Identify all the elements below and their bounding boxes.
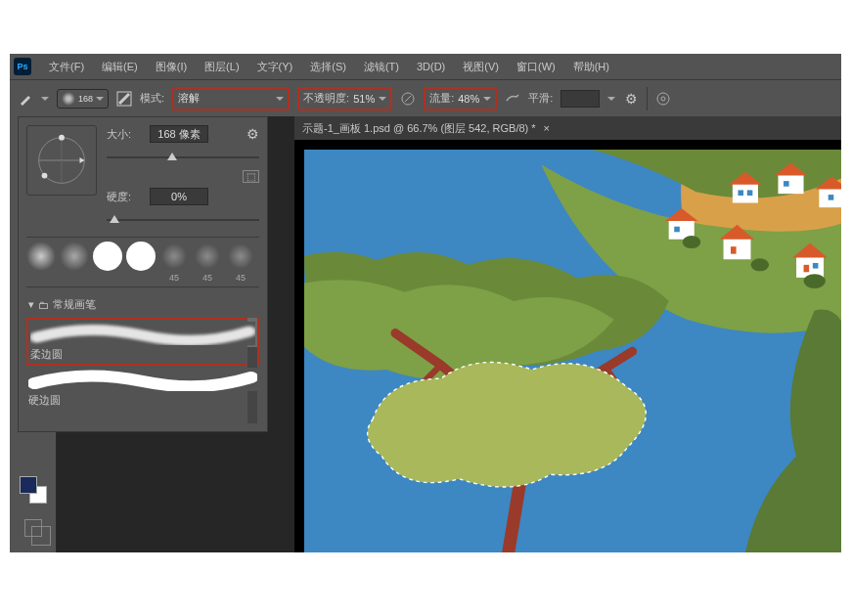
svg-rect-18: [674, 227, 680, 233]
airbrush-icon[interactable]: [505, 91, 520, 107]
menu-image[interactable]: 图像(I): [148, 56, 195, 78]
main-container: 大小: ⚙ ⬚ 硬度:: [10, 116, 841, 552]
hardness-label: 硬度:: [107, 190, 142, 204]
brush-tip[interactable]: [126, 242, 156, 283]
menu-select[interactable]: 选择(S): [302, 56, 354, 78]
mode-value: 溶解: [178, 91, 200, 106]
close-icon[interactable]: ×: [544, 122, 550, 134]
hardness-slider[interactable]: [107, 213, 259, 227]
brush-size-display: 168: [78, 94, 93, 104]
brush-preset-picker[interactable]: 168: [57, 89, 109, 109]
brush-thumb-icon: [62, 92, 75, 106]
brush-name: 硬边圆: [28, 393, 257, 408]
menu-view[interactable]: 视图(V): [455, 56, 507, 78]
brush-angle-preview[interactable]: [26, 125, 97, 196]
menu-edit[interactable]: 编辑(E): [94, 56, 146, 78]
chevron-down-icon: [483, 97, 491, 101]
ps-logo: Ps: [14, 58, 31, 75]
menu-bar: Ps 文件(F) 编辑(E) 图像(I) 图层(L) 文字(Y) 选择(S) 滤…: [10, 54, 841, 79]
svg-point-8: [42, 173, 48, 179]
gear-icon[interactable]: ⚙: [623, 91, 639, 107]
svg-point-3: [661, 97, 665, 101]
menu-layer[interactable]: 图层(L): [197, 56, 246, 78]
svg-point-24: [683, 236, 701, 248]
flow-label: 流量:: [429, 91, 454, 106]
tab-title: 示题-1_画板 1.psd @ 66.7% (图层 542, RGB/8) *: [302, 121, 536, 136]
flow-control[interactable]: 流量: 48%: [424, 87, 497, 110]
brush-list-item[interactable]: 硬边圆: [26, 366, 259, 410]
brush-tip-row: 45 45 45: [26, 237, 259, 287]
stroke-preview: [30, 322, 255, 345]
folder-icon: 🗀: [38, 299, 49, 311]
opacity-control[interactable]: 不透明度: 51%: [297, 87, 392, 110]
menu-filter[interactable]: 滤镜(T): [356, 56, 407, 78]
menu-3d[interactable]: 3D(D): [409, 57, 453, 76]
svg-rect-23: [813, 263, 819, 269]
chevron-down-icon: [96, 97, 104, 101]
chevron-down-icon: [379, 97, 386, 101]
hardness-input[interactable]: [150, 188, 208, 205]
foreground-color-swatch[interactable]: [20, 476, 37, 494]
brush-preset-panel: 大小: ⚙ ⬚ 硬度:: [18, 116, 268, 432]
smoothing-input[interactable]: [560, 90, 600, 108]
svg-rect-12: [747, 190, 753, 196]
brush-tip[interactable]: 45: [226, 242, 255, 283]
size-slider[interactable]: [107, 151, 259, 164]
document-tab[interactable]: 示题-1_画板 1.psd @ 66.7% (图层 542, RGB/8) * …: [294, 116, 841, 140]
svg-rect-20: [731, 246, 737, 253]
gear-icon[interactable]: ⚙: [246, 126, 259, 142]
photoshop-window: Ps 文件(F) 编辑(E) 图像(I) 图层(L) 文字(Y) 选择(S) 滤…: [10, 54, 841, 552]
brush-folder: ▾ 🗀 常规画笔 柔边圆: [26, 295, 259, 423]
size-input[interactable]: [150, 125, 208, 143]
brush-name: 柔边圆: [30, 347, 255, 362]
mode-dropdown[interactable]: 溶解: [172, 87, 290, 110]
options-bar: 168 模式: 溶解 不透明度: 51% 流量: 48% 平滑:: [10, 79, 841, 116]
brush-settings-toggle-icon[interactable]: [116, 91, 132, 107]
svg-point-7: [59, 135, 65, 141]
svg-rect-11: [738, 190, 743, 196]
flow-value: 48%: [458, 93, 479, 105]
menu-type[interactable]: 文字(Y): [249, 56, 301, 78]
svg-rect-21: [796, 256, 824, 278]
menu-file[interactable]: 文件(F): [41, 56, 92, 78]
artwork: [304, 150, 841, 552]
chevron-down-icon[interactable]: [41, 97, 49, 101]
opacity-label: 不透明度:: [303, 91, 349, 106]
svg-rect-22: [804, 265, 810, 272]
brush-tip[interactable]: [26, 242, 56, 283]
color-swatches[interactable]: [20, 476, 47, 504]
symmetry-icon[interactable]: [655, 91, 671, 107]
chevron-down-icon: ▾: [28, 298, 34, 311]
svg-rect-16: [829, 195, 834, 200]
svg-rect-10: [733, 183, 758, 202]
svg-rect-13: [778, 174, 803, 194]
tool-preset-icon[interactable]: [18, 91, 33, 107]
brush-tip[interactable]: 45: [193, 242, 222, 283]
menu-help[interactable]: 帮助(H): [565, 56, 617, 78]
svg-point-25: [751, 258, 770, 271]
pressure-opacity-icon[interactable]: [400, 91, 416, 107]
brush-tip[interactable]: [93, 242, 122, 283]
chevron-down-icon: [276, 97, 284, 101]
separator: [647, 87, 648, 110]
brush-list: 柔边圆 硬边圆: [26, 318, 259, 423]
new-preset-icon[interactable]: ⬚: [243, 170, 259, 183]
canvas[interactable]: [294, 140, 841, 552]
brush-list-item-selected[interactable]: 柔边圆: [26, 318, 259, 366]
svg-rect-14: [784, 181, 789, 187]
smoothing-label: 平滑:: [528, 91, 553, 106]
size-label: 大小:: [107, 127, 142, 142]
stroke-preview: [28, 368, 257, 391]
chevron-down-icon[interactable]: [607, 97, 615, 101]
brush-tip[interactable]: [60, 242, 89, 283]
svg-point-26: [804, 274, 826, 288]
svg-rect-19: [724, 238, 751, 259]
folder-header[interactable]: ▾ 🗀 常规画笔: [26, 295, 259, 314]
folder-name: 常规画笔: [53, 297, 96, 312]
mode-label: 模式:: [140, 91, 164, 106]
brush-tip[interactable]: 45: [159, 242, 189, 283]
menu-window[interactable]: 窗口(W): [509, 56, 563, 78]
svg-point-2: [657, 93, 669, 105]
quickmask-icon[interactable]: [24, 519, 42, 537]
opacity-value: 51%: [353, 93, 375, 105]
